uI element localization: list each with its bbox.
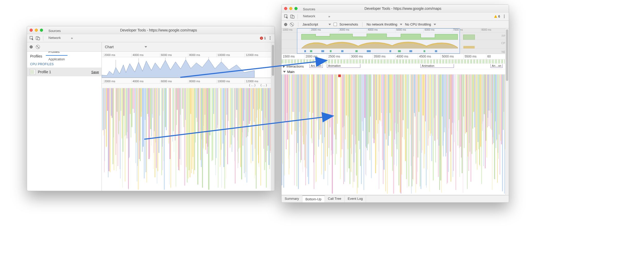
tab-network[interactable]: Network — [300, 13, 325, 20]
screenshots-checkbox[interactable] — [334, 23, 337, 26]
divider — [362, 22, 362, 27]
kebab-menu-icon[interactable] — [502, 14, 507, 19]
record-button[interactable] — [284, 23, 287, 26]
profile-row[interactable]: Profile 1 Save — [27, 68, 101, 76]
network-throttle-select[interactable]: No network throttling — [367, 22, 397, 26]
main-label: Main — [287, 70, 294, 74]
details-tab-event-log[interactable]: Event Log — [345, 195, 366, 202]
detail-ruler[interactable]: 1500 ms2000 ms2500 ms3000 ms3500 ms4000 … — [282, 54, 509, 60]
warning-badge[interactable]: 6 — [494, 15, 500, 18]
tab-sources[interactable]: Sources — [46, 27, 67, 34]
overview-mask-left — [282, 28, 297, 54]
chevron-down-icon[interactable] — [400, 24, 402, 25]
flame-chart[interactable] — [102, 88, 275, 191]
screenshots-label: Screenshots — [340, 22, 358, 26]
long-task-marker-icon — [338, 74, 341, 77]
ruler-tick: 4000 ms — [367, 28, 395, 32]
device-toggle-icon[interactable] — [35, 36, 40, 41]
tabs-overflow[interactable]: » — [326, 13, 333, 20]
minimize-icon[interactable] — [35, 29, 38, 32]
svg-rect-25 — [423, 50, 425, 52]
svg-rect-18 — [389, 50, 391, 52]
svg-rect-11 — [292, 16, 294, 18]
svg-rect-24 — [398, 50, 401, 52]
animation-segment[interactable]: An…on — [490, 64, 503, 68]
svg-rect-22 — [330, 50, 332, 52]
perf-toolbar: JavaScript Screenshots No network thrott… — [282, 21, 509, 28]
warning-triangle-icon — [494, 15, 497, 18]
close-icon[interactable] — [30, 29, 33, 32]
device-toggle-icon[interactable] — [290, 14, 295, 19]
ruler-tick: 2000 ms — [103, 80, 132, 83]
chevron-down-icon[interactable] — [434, 24, 436, 25]
divider — [43, 36, 43, 40]
tabs-overflow[interactable]: » — [69, 35, 75, 42]
ruler-tick: 4000 ms — [395, 54, 418, 59]
profile-name: Profile 1 — [38, 70, 89, 74]
kebab-menu-icon[interactable] — [267, 36, 273, 41]
view-select-label: Chart — [105, 45, 114, 49]
devtools-tabbar: ElementsConsoleSourcesNetworkPerformance… — [282, 12, 509, 21]
window-controls[interactable] — [30, 29, 43, 32]
svg-rect-19 — [409, 50, 412, 52]
ruler-tick: 12000 ms — [245, 53, 273, 57]
time-ruler-overview[interactable]: 2000 ms4000 ms6000 ms8000 ms10000 ms1200… — [102, 52, 275, 57]
expand-triangle-icon[interactable] — [283, 65, 285, 68]
scrollbar-thumb[interactable] — [506, 29, 508, 81]
scrollbar[interactable] — [271, 42, 275, 191]
main-flame-chart[interactable] — [282, 74, 509, 195]
overview-timeline[interactable]: 1000 ms2000 ms3000 ms4000 ms5000 ms6000 … — [282, 28, 509, 54]
error-dot-icon: × — [260, 37, 263, 40]
close-icon[interactable] — [284, 7, 287, 10]
ruler-tick: 4000 ms — [132, 80, 160, 83]
collapse-triangle-icon[interactable] — [283, 71, 286, 73]
minimize-icon[interactable] — [289, 7, 292, 10]
cpu-throttle-select[interactable]: No CPU throttling — [405, 22, 431, 26]
view-select[interactable]: Chart — [102, 42, 275, 52]
animation-segment[interactable]: Ani…ion — [309, 64, 323, 68]
main-thread-row[interactable]: Main — [282, 69, 509, 74]
svg-rect-17 — [367, 50, 371, 52]
interactions-label: Interactions — [286, 64, 304, 68]
details-tabs: SummaryBottom-UpCall TreeEvent Log — [282, 195, 509, 202]
details-tab-summary[interactable]: Summary — [282, 195, 302, 202]
profile-file-icon — [30, 69, 35, 75]
inspect-icon[interactable] — [284, 14, 289, 19]
chevron-down-icon[interactable] — [328, 24, 331, 25]
zoom-icon[interactable] — [294, 7, 298, 10]
animation-segment[interactable]: Animation — [327, 64, 360, 68]
ruler-tick: 12000 ms — [245, 80, 273, 83]
tab-network[interactable]: Network — [46, 34, 67, 41]
save-link[interactable]: Save — [91, 70, 99, 74]
inspect-icon[interactable] — [29, 36, 34, 41]
frames-strip[interactable] — [282, 60, 509, 64]
ruler-tick: 1500 ms — [282, 54, 304, 59]
svg-rect-20 — [435, 50, 437, 52]
window-controls[interactable] — [284, 7, 298, 10]
svg-rect-16 — [341, 50, 344, 52]
scrollbar-thumb[interactable] — [272, 45, 274, 76]
error-badge[interactable]: × 1 — [260, 36, 266, 40]
svg-rect-15 — [321, 50, 324, 52]
ruler-tick: 5000 ms — [395, 28, 423, 32]
details-tab-call-tree[interactable]: Call Tree — [325, 195, 345, 202]
time-ruler-detail[interactable]: 2000 ms4000 ms6000 ms8000 ms10000 ms1200… — [102, 78, 275, 84]
animation-segment[interactable]: Animation — [420, 64, 454, 68]
details-tab-bottom-up[interactable]: Bottom-Up — [302, 195, 325, 202]
ruler-tick: 2000 ms — [304, 54, 327, 59]
tab-sources[interactable]: Sources — [300, 6, 325, 13]
interactions-row[interactable]: Interactions Ani…ion Animation Animation… — [282, 64, 509, 69]
cpu-overview-chart[interactable] — [102, 57, 275, 78]
clear-icon[interactable] — [290, 22, 294, 27]
error-count: 1 — [264, 36, 266, 40]
ruler-tick: 8000 ms — [188, 80, 216, 83]
clear-icon[interactable] — [36, 45, 40, 49]
scrollbar[interactable] — [505, 28, 509, 195]
cpu-profiles-label: CPU PROFILES — [27, 61, 101, 68]
overview-mask-right — [460, 28, 509, 54]
ruler-tick: 2000 ms — [103, 53, 132, 57]
ruler-tick: 10000 ms — [216, 53, 245, 57]
zoom-icon[interactable] — [40, 29, 43, 32]
window-title: Developer Tools - https://www.google.com… — [300, 6, 506, 11]
record-button[interactable] — [30, 45, 33, 48]
